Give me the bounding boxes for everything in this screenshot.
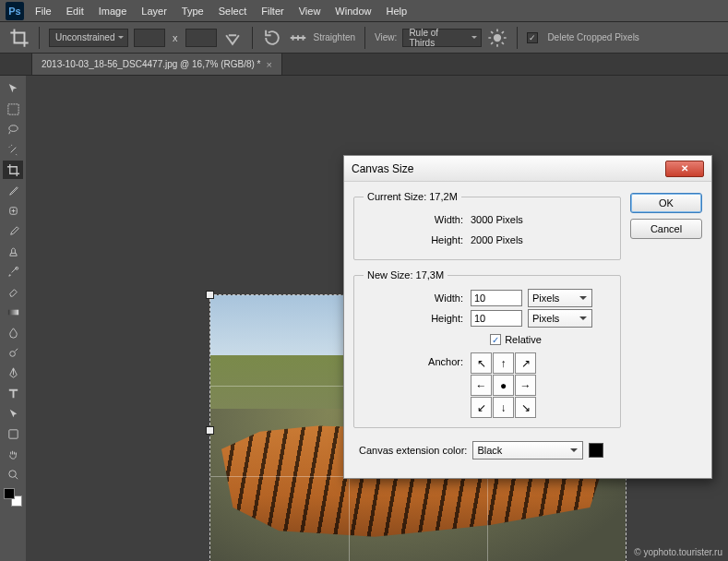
type-tool[interactable]: [3, 384, 23, 402]
dialog-close-button[interactable]: ✕: [665, 161, 704, 177]
current-width-value: 3000 Pixels: [471, 214, 523, 225]
separator: [517, 27, 518, 49]
crop-tool[interactable]: [3, 161, 23, 179]
document-tab[interactable]: 2013-10-03_18-56_DSC4477.jpg @ 16,7% (RG…: [31, 54, 282, 75]
menu-layer[interactable]: Layer: [141, 6, 167, 17]
delete-cropped-checkbox[interactable]: ✓: [527, 32, 538, 43]
anchor-ne[interactable]: ↗: [515, 352, 536, 374]
hand-tool[interactable]: [3, 445, 23, 463]
pen-tool[interactable]: [3, 364, 23, 382]
path-select-tool[interactable]: [3, 404, 23, 423]
menu-view[interactable]: View: [299, 6, 321, 17]
anchor-se[interactable]: ↘: [515, 397, 536, 418]
foreground-color[interactable]: [4, 488, 15, 499]
new-height-unit-dropdown[interactable]: Pixels: [528, 309, 592, 328]
extension-color-dropdown[interactable]: Black: [472, 441, 583, 460]
menu-bar: Ps File Edit Image Layer Type Select Fil…: [0, 0, 728, 22]
relative-checkbox[interactable]: ✓: [490, 334, 501, 345]
cancel-button[interactable]: Cancel: [630, 219, 702, 239]
straighten-icon[interactable]: [288, 28, 308, 48]
toolbox: [0, 76, 26, 511]
lasso-tool[interactable]: [3, 120, 23, 138]
crop-handle[interactable]: [206, 426, 214, 435]
svg-rect-1: [7, 103, 18, 113]
anchor-label: Anchor:: [364, 352, 471, 367]
color-swatches[interactable]: [3, 487, 23, 507]
new-height-input[interactable]: [471, 310, 522, 327]
crop-width-input[interactable]: [134, 29, 165, 47]
anchor-nw[interactable]: ↖: [471, 352, 492, 374]
delete-cropped-label: Delete Cropped Pixels: [547, 32, 639, 42]
current-size-group: Current Size: 17,2M Width: 3000 Pixels H…: [353, 191, 621, 260]
brush-tool[interactable]: [3, 221, 23, 240]
eraser-tool[interactable]: [3, 282, 23, 301]
menu-help[interactable]: Help: [386, 6, 407, 17]
aspect-ratio-dropdown[interactable]: Unconstrained: [49, 29, 128, 47]
view-label: View:: [375, 32, 397, 42]
menu-type[interactable]: Type: [182, 6, 204, 17]
new-width-unit-dropdown[interactable]: Pixels: [528, 289, 592, 307]
new-width-label: Width:: [364, 292, 471, 304]
marquee-tool[interactable]: [3, 100, 23, 118]
dodge-tool[interactable]: [3, 343, 23, 362]
dialog-titlebar[interactable]: Canvas Size ✕: [344, 156, 711, 182]
menu-file[interactable]: File: [35, 6, 52, 17]
clear-icon[interactable]: [222, 28, 243, 48]
current-size-legend: Current Size: 17,2M: [364, 191, 461, 202]
canvas-size-dialog: Canvas Size ✕ Current Size: 17,2M Width:…: [343, 155, 712, 479]
shape-tool[interactable]: [3, 424, 23, 443]
wand-tool[interactable]: [3, 140, 23, 159]
overlay-dropdown[interactable]: Rule of Thirds: [402, 29, 482, 47]
separator: [252, 27, 253, 49]
new-size-legend: New Size: 17,3M: [364, 269, 448, 280]
svg-point-3: [15, 267, 18, 269]
menu-filter[interactable]: Filter: [261, 6, 283, 17]
crop-handle[interactable]: [206, 291, 214, 299]
anchor-sw[interactable]: ↙: [471, 397, 492, 418]
anchor-center[interactable]: ●: [493, 375, 514, 396]
separator: [364, 27, 365, 49]
zoom-tool[interactable]: [3, 465, 23, 483]
clone-stamp-tool[interactable]: [3, 242, 23, 260]
straighten-label[interactable]: Straighten: [314, 32, 356, 42]
dialog-title: Canvas Size: [352, 162, 413, 175]
current-width-label: Width:: [364, 214, 471, 225]
separator: [39, 27, 40, 49]
menu-edit[interactable]: Edit: [66, 6, 84, 17]
relative-label: Relative: [505, 334, 542, 345]
healing-brush-tool[interactable]: [3, 201, 23, 220]
overlay-options-icon[interactable]: [487, 28, 507, 48]
anchor-w[interactable]: ←: [471, 375, 492, 396]
new-width-input[interactable]: [471, 290, 522, 306]
watermark: © yophoto.tourister.ru: [634, 547, 722, 557]
svg-point-0: [494, 33, 501, 41]
x-separator: x: [173, 32, 178, 43]
tab-close-icon[interactable]: ×: [267, 59, 272, 70]
crop-height-input[interactable]: [185, 29, 217, 47]
ok-button[interactable]: OK: [630, 193, 702, 213]
new-size-group: New Size: 17,3M Width: Pixels Height: Pi…: [353, 269, 621, 428]
svg-point-7: [8, 470, 16, 477]
move-tool[interactable]: [3, 79, 23, 98]
menu-image[interactable]: Image: [99, 6, 127, 17]
options-bar: Unconstrained x Straighten View: Rule of…: [0, 22, 728, 54]
blur-tool[interactable]: [3, 323, 23, 341]
menu-select[interactable]: Select: [219, 6, 247, 17]
svg-rect-6: [8, 429, 17, 437]
app-logo: Ps: [6, 2, 24, 20]
anchor-s[interactable]: ↓: [493, 397, 514, 418]
gradient-tool[interactable]: [3, 303, 23, 321]
anchor-e[interactable]: →: [515, 375, 536, 396]
svg-point-5: [9, 351, 15, 356]
crop-tool-icon: [9, 28, 30, 48]
menu-window[interactable]: Window: [335, 6, 371, 17]
history-brush-tool[interactable]: [3, 262, 23, 280]
new-height-label: Height:: [364, 313, 471, 324]
extension-color-swatch[interactable]: [589, 443, 603, 458]
eyedropper-tool[interactable]: [3, 181, 23, 199]
anchor-grid[interactable]: ↖ ↑ ↗ ← ● → ↙ ↓ ↘: [471, 352, 536, 418]
anchor-n[interactable]: ↑: [493, 352, 514, 374]
document-tab-bar: 2013-10-03_18-56_DSC4477.jpg @ 16,7% (RG…: [0, 54, 728, 76]
rotate-icon[interactable]: [262, 28, 282, 48]
extension-color-label: Canvas extension color:: [359, 445, 467, 456]
